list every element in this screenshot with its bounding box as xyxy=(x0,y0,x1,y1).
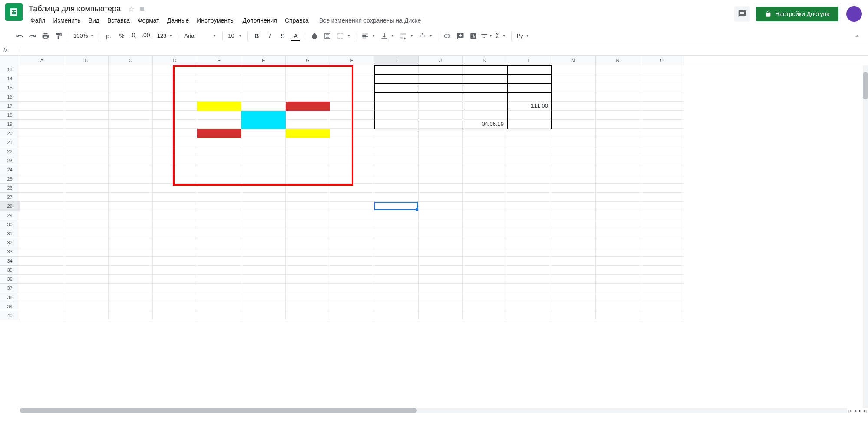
cell-I20[interactable] xyxy=(374,129,419,138)
borders-button[interactable] xyxy=(321,30,333,42)
cell-E39[interactable] xyxy=(197,302,241,311)
cell-I30[interactable] xyxy=(374,220,419,229)
cell-D39[interactable] xyxy=(153,302,197,311)
cell-I26[interactable] xyxy=(374,184,419,193)
cell-A33[interactable] xyxy=(20,247,64,257)
cell-D35[interactable] xyxy=(153,266,197,275)
menu-insert[interactable]: Вставка xyxy=(104,15,133,26)
vertical-align-button[interactable]: ▼ xyxy=(378,30,397,42)
cell-B13[interactable] xyxy=(64,65,109,74)
cell-D20[interactable] xyxy=(153,129,197,138)
menu-format[interactable]: Формат xyxy=(134,15,163,26)
cell-A27[interactable] xyxy=(20,193,64,202)
col-header-O[interactable]: O xyxy=(640,56,684,65)
cell-E31[interactable] xyxy=(197,229,241,238)
cell-B39[interactable] xyxy=(64,302,109,311)
cell-G38[interactable] xyxy=(286,293,330,302)
cell-E35[interactable] xyxy=(197,266,241,275)
cell-C26[interactable] xyxy=(109,184,153,193)
cell-O40[interactable] xyxy=(640,311,684,320)
cell-I38[interactable] xyxy=(374,293,419,302)
cell-K26[interactable] xyxy=(463,184,507,193)
row-header-32[interactable]: 32 xyxy=(0,238,20,247)
cell-L33[interactable] xyxy=(507,247,551,257)
cell-A14[interactable] xyxy=(20,74,64,83)
cell-K31[interactable] xyxy=(463,229,507,238)
cell-G35[interactable] xyxy=(286,266,330,275)
cell-L32[interactable] xyxy=(507,238,551,247)
cell-C17[interactable] xyxy=(109,102,153,111)
insert-link-button[interactable] xyxy=(441,30,453,42)
cell-K36[interactable] xyxy=(463,275,507,284)
cell-G26[interactable] xyxy=(286,184,330,193)
cell-A39[interactable] xyxy=(20,302,64,311)
cell-L36[interactable] xyxy=(507,275,551,284)
cell-O30[interactable] xyxy=(640,220,684,229)
cell-C35[interactable] xyxy=(109,266,153,275)
cell-I15[interactable] xyxy=(374,83,419,92)
menu-data[interactable]: Данные xyxy=(164,15,193,26)
cell-D17[interactable] xyxy=(153,102,197,111)
cell-N36[interactable] xyxy=(596,275,640,284)
cell-L26[interactable] xyxy=(507,184,551,193)
cell-L24[interactable] xyxy=(507,165,551,174)
cell-I23[interactable] xyxy=(374,156,419,165)
cell-N35[interactable] xyxy=(596,266,640,275)
cell-C15[interactable] xyxy=(109,83,153,92)
cell-A19[interactable] xyxy=(20,120,64,129)
cell-I14[interactable] xyxy=(374,74,419,83)
cell-E14[interactable] xyxy=(197,74,241,83)
row-header-40[interactable]: 40 xyxy=(0,311,20,320)
col-header-D[interactable]: D xyxy=(153,56,197,65)
cell-O14[interactable] xyxy=(640,74,684,83)
cell-F36[interactable] xyxy=(241,275,286,284)
collapse-toolbar-button[interactable] xyxy=(851,30,863,42)
cell-F18[interactable] xyxy=(241,111,286,120)
cell-K33[interactable] xyxy=(463,247,507,257)
cell-K15[interactable] xyxy=(463,83,507,92)
cell-N26[interactable] xyxy=(596,184,640,193)
cell-E37[interactable] xyxy=(197,284,241,293)
row-header-19[interactable]: 19 xyxy=(0,120,20,129)
cell-I13[interactable] xyxy=(374,65,419,74)
text-rotation-button[interactable]: ▼ xyxy=(416,30,435,42)
cell-D27[interactable] xyxy=(153,193,197,202)
cell-N32[interactable] xyxy=(596,238,640,247)
cell-A24[interactable] xyxy=(20,165,64,174)
cell-M13[interactable] xyxy=(551,65,596,74)
cell-O35[interactable] xyxy=(640,266,684,275)
cell-J28[interactable] xyxy=(419,202,463,211)
cell-O36[interactable] xyxy=(640,275,684,284)
cell-F32[interactable] xyxy=(241,238,286,247)
cell-A36[interactable] xyxy=(20,275,64,284)
cell-D18[interactable] xyxy=(153,111,197,120)
cell-N31[interactable] xyxy=(596,229,640,238)
cell-B14[interactable] xyxy=(64,74,109,83)
cell-H31[interactable] xyxy=(330,229,374,238)
cell-O31[interactable] xyxy=(640,229,684,238)
row-header-24[interactable]: 24 xyxy=(0,165,20,174)
cell-J20[interactable] xyxy=(419,129,463,138)
cell-H34[interactable] xyxy=(330,257,374,266)
cell-G33[interactable] xyxy=(286,247,330,257)
cell-N18[interactable] xyxy=(596,111,640,120)
cell-B18[interactable] xyxy=(64,111,109,120)
cell-D36[interactable] xyxy=(153,275,197,284)
cell-O25[interactable] xyxy=(640,174,684,184)
cell-C18[interactable] xyxy=(109,111,153,120)
cell-B29[interactable] xyxy=(64,211,109,220)
cell-B40[interactable] xyxy=(64,311,109,320)
cell-N39[interactable] xyxy=(596,302,640,311)
cell-A32[interactable] xyxy=(20,238,64,247)
insert-comment-button[interactable] xyxy=(454,30,466,42)
cell-J21[interactable] xyxy=(419,138,463,147)
cell-I22[interactable] xyxy=(374,147,419,156)
cell-E33[interactable] xyxy=(197,247,241,257)
cell-M19[interactable] xyxy=(551,120,596,129)
cell-J19[interactable] xyxy=(419,120,463,129)
cell-E27[interactable] xyxy=(197,193,241,202)
cell-H29[interactable] xyxy=(330,211,374,220)
cell-N29[interactable] xyxy=(596,211,640,220)
cell-C20[interactable] xyxy=(109,129,153,138)
cell-M30[interactable] xyxy=(551,220,596,229)
